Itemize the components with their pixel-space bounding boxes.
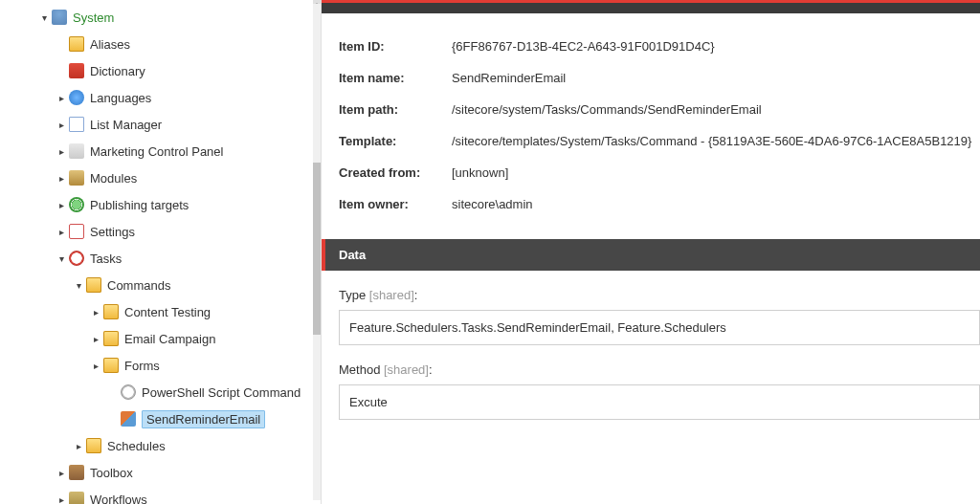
quick-info-row: Created from: [unknown]	[339, 157, 980, 188]
method-input[interactable]	[339, 384, 980, 420]
tree-label: Schedules	[107, 439, 166, 453]
settings-icon	[69, 224, 84, 239]
section-header-strip	[322, 0, 980, 13]
data-section-fields: Type [shared]: Method [shared]:	[322, 271, 980, 437]
chevron-down-icon[interactable]: ▾	[73, 280, 84, 291]
tree-label: Tasks	[90, 252, 122, 266]
field-shared-tag: [shared]	[384, 362, 429, 377]
tree-label: SendReminderEmail	[142, 410, 265, 428]
tree-label: Settings	[90, 225, 135, 239]
tree-node-languages[interactable]: ▸ Languages	[0, 84, 321, 111]
content-tree-pane: ▴ ▾ System ▸ Aliases ▸	[0, 0, 322, 504]
chevron-right-icon[interactable]: ▸	[56, 494, 67, 505]
tree-label: Aliases	[90, 37, 130, 52]
package-icon	[69, 170, 84, 186]
book-icon	[69, 63, 84, 78]
tree-label: Forms	[124, 359, 160, 373]
chevron-down-icon[interactable]: ▾	[38, 12, 50, 23]
tree-node-publishing[interactable]: ▸ Publishing targets	[0, 191, 321, 218]
globe-icon	[69, 90, 84, 105]
field-label-text: Method	[339, 362, 384, 377]
tree-label: Email Campaign	[124, 332, 215, 346]
clock-icon	[121, 384, 136, 400]
chevron-right-icon[interactable]: ▸	[90, 334, 101, 344]
quick-info-label: Item ID:	[339, 39, 452, 54]
tree-node-schedules[interactable]: ▸ Schedules	[0, 432, 321, 459]
system-icon	[52, 10, 67, 25]
tree-label: List Manager	[90, 118, 162, 132]
tree-node-workflows[interactable]: ▸ Workflows	[0, 486, 321, 504]
section-title: Data	[339, 248, 366, 262]
content-editor-pane: Item ID: {6FF86767-D13B-4EC2-A643-91F001…	[322, 0, 980, 504]
quick-info-value: /sitecore/templates/System/Tasks/Command…	[452, 134, 971, 148]
quick-info-section: Item ID: {6FF86767-D13B-4EC2-A643-91F001…	[322, 13, 980, 239]
chevron-right-icon[interactable]: ▸	[56, 146, 67, 157]
document-icon	[69, 117, 84, 132]
type-input[interactable]	[339, 310, 980, 345]
chevron-right-icon[interactable]: ▸	[56, 468, 67, 478]
tree-label: Workflows	[90, 493, 147, 505]
quick-info-row: Template: /sitecore/templates/System/Tas…	[339, 125, 980, 157]
quick-info-label: Item owner:	[339, 197, 452, 211]
tree-node-powershell[interactable]: ▸ PowerShell Script Command	[0, 379, 321, 405]
chevron-down-icon[interactable]: ▾	[56, 253, 67, 264]
field-label-text: Type	[339, 288, 369, 302]
tree-node-content-testing[interactable]: ▸ Content Testing	[0, 298, 321, 325]
tree-scrollbar-thumb[interactable]	[313, 163, 321, 335]
tree-node-modules[interactable]: ▸ Modules	[0, 164, 321, 191]
tree-label: PowerShell Script Command	[142, 385, 301, 400]
field-shared-tag: [shared]	[369, 288, 414, 302]
tree-label: Modules	[90, 171, 137, 186]
tree-label: Toolbox	[90, 466, 133, 480]
tree-label: Commands	[107, 278, 170, 293]
tree-node-list-manager[interactable]: ▸ List Manager	[0, 111, 321, 138]
quick-info-value: {6FF86767-D13B-4EC2-A643-91F001D91D4C}	[452, 39, 715, 54]
tree-node-email-campaign[interactable]: ▸ Email Campaign	[0, 325, 321, 352]
chevron-right-icon[interactable]: ▸	[56, 173, 67, 184]
quick-info-label: Item path:	[339, 102, 452, 117]
quick-info-label: Item name:	[339, 71, 452, 85]
tree-label: Marketing Control Panel	[90, 144, 223, 159]
field-method: Method [shared]:	[339, 362, 980, 420]
tree-node-sendreminderemail[interactable]: ▸ SendReminderEmail	[0, 405, 321, 432]
quick-info-label: Created from:	[339, 165, 452, 180]
tree-node-settings[interactable]: ▸ Settings	[0, 218, 321, 245]
folder-icon	[103, 358, 119, 373]
chevron-right-icon[interactable]: ▸	[56, 93, 67, 103]
tree-node-dictionary[interactable]: ▸ Dictionary	[0, 57, 321, 84]
chevron-right-icon[interactable]: ▸	[90, 361, 101, 371]
folder-icon	[69, 36, 84, 52]
quick-info-row: Item owner: sitecore\admin	[339, 188, 980, 220]
quick-info-label: Template:	[339, 134, 452, 148]
target-icon	[69, 197, 84, 212]
tree-node-tasks[interactable]: ▾ Tasks	[0, 245, 321, 272]
folder-icon	[86, 277, 101, 293]
quick-info-value: SendReminderEmail	[452, 71, 566, 85]
quick-info-row: Item path: /sitecore/system/Tasks/Comman…	[339, 94, 980, 125]
tree-label: Publishing targets	[90, 198, 189, 212]
chevron-right-icon[interactable]: ▸	[90, 307, 101, 318]
tree-node-marketing[interactable]: ▸ Marketing Control Panel	[0, 138, 321, 164]
tree-label: Dictionary	[90, 64, 145, 78]
folder-icon	[103, 304, 119, 319]
field-label: Type [shared]:	[339, 288, 980, 302]
dashboard-icon	[69, 143, 84, 159]
folder-icon	[103, 331, 119, 346]
quick-info-row: Item ID: {6FF86767-D13B-4EC2-A643-91F001…	[339, 31, 980, 62]
tree-node-forms[interactable]: ▸ Forms	[0, 352, 321, 379]
tree-label: Content Testing	[124, 305, 211, 319]
chevron-right-icon[interactable]: ▸	[56, 120, 67, 130]
tree-node-system[interactable]: ▾ System	[0, 4, 321, 31]
chevron-right-icon[interactable]: ▸	[73, 441, 84, 451]
section-header-data[interactable]: Data	[322, 239, 980, 271]
tree-label: System	[73, 11, 114, 25]
tree-node-commands[interactable]: ▾ Commands	[0, 272, 321, 298]
workflows-icon	[69, 492, 84, 504]
folder-icon	[86, 438, 101, 453]
tree-node-aliases[interactable]: ▸ Aliases	[0, 31, 321, 57]
quick-info-value: /sitecore/system/Tasks/Commands/SendRemi…	[452, 102, 762, 117]
tree-node-toolbox[interactable]: ▸ Toolbox	[0, 459, 321, 486]
tree-label: Languages	[90, 91, 151, 105]
chevron-right-icon[interactable]: ▸	[56, 200, 67, 210]
chevron-right-icon[interactable]: ▸	[56, 227, 67, 237]
